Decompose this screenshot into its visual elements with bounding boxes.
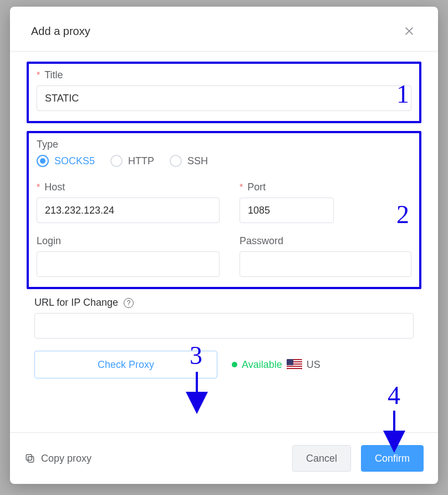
status-dot-icon — [232, 362, 237, 367]
radio-circle-icon — [110, 155, 123, 167]
radio-circle-icon — [37, 155, 49, 167]
radio-circle-icon — [170, 155, 182, 167]
svg-rect-10 — [26, 454, 32, 460]
proxy-status: Available US — [232, 359, 320, 371]
close-button[interactable] — [401, 23, 417, 39]
radio-ssh[interactable]: SSH — [170, 155, 208, 167]
svg-rect-7 — [287, 369, 302, 370]
required-star: * — [240, 183, 243, 193]
type-label: Type — [37, 139, 411, 150]
url-ip-change-block: URL for IP Change ? Check Proxy Availabl… — [27, 297, 421, 378]
copy-icon — [24, 453, 35, 464]
required-star: * — [37, 183, 40, 193]
footer-buttons: Cancel Confirm — [292, 445, 424, 472]
check-proxy-row: Check Proxy Available — [34, 351, 414, 378]
password-label: Password — [240, 235, 411, 247]
required-star: * — [37, 70, 40, 80]
host-input[interactable] — [37, 198, 220, 223]
svg-rect-9 — [28, 457, 34, 462]
radio-http[interactable]: HTTP — [110, 155, 154, 167]
close-icon — [403, 25, 415, 37]
help-icon[interactable]: ? — [124, 298, 134, 308]
type-radio-group: SOCKS5 HTTP SSH — [37, 155, 411, 167]
url-change-label: URL for IP Change ? — [34, 297, 414, 309]
add-proxy-modal: Add a proxy 1 * Title 2 Type SOCKS5 — [10, 7, 438, 484]
annotation-box-2: 2 Type SOCKS5 HTTP SSH — [27, 131, 421, 289]
login-label: Login — [37, 235, 220, 247]
svg-rect-6 — [287, 367, 302, 368]
password-input[interactable] — [240, 251, 411, 277]
annotation-number-4: 4 — [388, 383, 400, 408]
title-label: * Title — [37, 69, 411, 81]
title-input[interactable] — [37, 85, 411, 111]
url-change-input[interactable] — [34, 313, 414, 339]
modal-footer: Copy proxy Cancel Confirm — [10, 432, 438, 484]
modal-body: 1 * Title 2 Type SOCKS5 HTTP — [10, 52, 438, 432]
host-label: * Host — [37, 181, 220, 193]
login-input[interactable] — [37, 251, 220, 277]
port-input[interactable] — [240, 198, 334, 223]
status-text: Available — [242, 359, 282, 371]
annotation-number-3: 3 — [190, 343, 202, 368]
cancel-button[interactable]: Cancel — [292, 445, 351, 472]
flag-us-icon — [287, 359, 302, 370]
modal-title: Add a proxy — [31, 25, 90, 38]
copy-proxy-link[interactable]: Copy proxy — [24, 453, 91, 464]
radio-socks5[interactable]: SOCKS5 — [37, 155, 95, 167]
confirm-button[interactable]: Confirm — [361, 445, 424, 472]
port-label: * Port — [240, 181, 334, 193]
svg-rect-8 — [287, 359, 293, 365]
modal-header: Add a proxy — [10, 7, 438, 52]
annotation-box-1: 1 * Title — [27, 62, 421, 123]
country-code: US — [307, 359, 320, 371]
